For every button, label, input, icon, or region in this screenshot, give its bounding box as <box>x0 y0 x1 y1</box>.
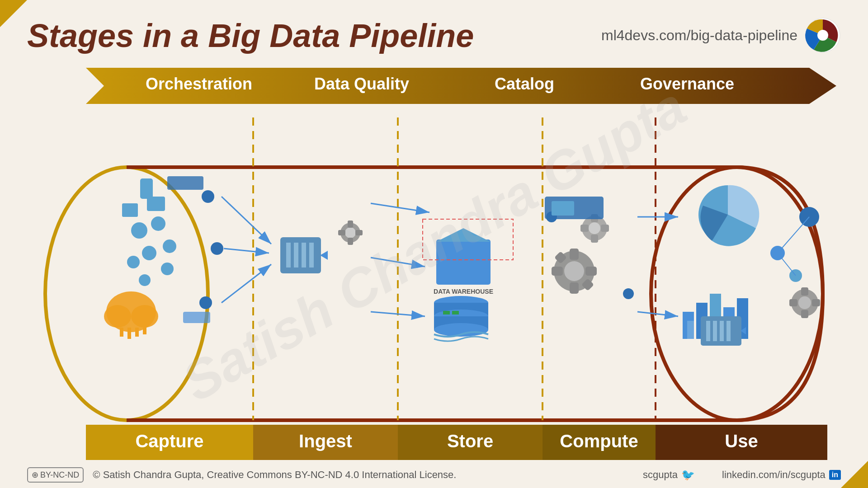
catalog-box-inner <box>552 201 574 216</box>
svg-rect-12 <box>348 238 353 245</box>
scatter-line-use2 <box>778 253 796 276</box>
gear-compute-large <box>552 249 597 294</box>
svg-rect-53 <box>706 321 710 341</box>
svg-point-10 <box>345 227 356 238</box>
icon-c5 <box>161 263 174 275</box>
icon-c1 <box>151 216 165 231</box>
svg-rect-28 <box>570 282 579 294</box>
svg-rect-11 <box>348 221 353 228</box>
label-use: Use <box>725 431 758 451</box>
label-ingest: Ingest <box>299 431 352 451</box>
banner-label-orchestration: Orchestration <box>146 75 252 93</box>
svg-marker-16 <box>436 228 491 242</box>
svg-text:DATA WAREHOUSE: DATA WAREHOUSE <box>434 288 493 295</box>
svg-rect-55 <box>720 321 724 341</box>
svg-rect-7 <box>135 328 139 337</box>
filter-bar-2 <box>294 243 298 267</box>
gear-ingest <box>338 221 363 245</box>
corner-decoration-tl <box>0 0 27 27</box>
svg-rect-38 <box>601 225 609 232</box>
svg-rect-15 <box>436 239 491 285</box>
filter-bar-4 <box>309 243 314 267</box>
svg-rect-49 <box>801 310 808 318</box>
svg-point-47 <box>798 296 811 309</box>
banner-label-governance: Governance <box>640 75 734 93</box>
page-title: Stages in a Big Data Pipeline <box>27 17 474 54</box>
svg-rect-54 <box>713 321 717 341</box>
svg-rect-37 <box>580 225 589 232</box>
arrow-c2 <box>224 249 269 253</box>
data-dot-c2 <box>211 242 223 255</box>
data-dot-c3 <box>199 296 212 309</box>
svg-rect-8 <box>143 328 146 334</box>
filter-use <box>701 316 746 346</box>
svg-rect-29 <box>552 267 563 276</box>
cloud-icon <box>104 291 158 339</box>
banner-label-dataquality: Data Quality <box>314 75 409 93</box>
corner-decoration-br <box>841 461 868 488</box>
svg-point-34 <box>589 222 600 234</box>
scatter-line-use <box>778 217 809 253</box>
twitter-icon: 🐦 <box>681 469 695 481</box>
database-icon-store <box>434 296 488 341</box>
data-rect-c2 <box>183 312 210 323</box>
data-dot-c1 <box>202 190 214 203</box>
svg-point-4 <box>131 305 158 328</box>
twitter-handle: scgupta <box>643 469 678 481</box>
data-rect-c1 <box>167 176 203 190</box>
svg-rect-5 <box>120 328 123 337</box>
logo-icon <box>805 17 841 53</box>
svg-rect-13 <box>338 230 345 235</box>
svg-rect-27 <box>570 249 579 260</box>
svg-rect-56 <box>726 321 731 341</box>
arrow-comp-use2 <box>637 312 678 316</box>
arrow-c3 <box>222 264 271 303</box>
cc-icon: ⊕ <box>32 470 38 480</box>
svg-rect-30 <box>585 267 597 276</box>
main-diagram: Orchestration Data Quality Catalog Gover… <box>27 63 841 470</box>
linkedin-icon: in <box>829 470 841 480</box>
pie-chart-use <box>698 185 759 246</box>
filter-arrow-r <box>320 251 328 260</box>
cc-label: BY-NC-ND <box>40 470 79 480</box>
copyright-text: © Satish Chandra Gupta, Creative Commons… <box>93 469 456 481</box>
chart-icon-capture <box>122 203 138 217</box>
cc-badge: ⊕ BY-NC-ND <box>27 467 84 483</box>
phone-icon <box>140 178 153 199</box>
footer: ⊕ BY-NC-ND © Satish Chandra Gupta, Creat… <box>27 467 841 483</box>
svg-rect-6 <box>127 328 131 339</box>
dot-compute-2 <box>623 288 634 299</box>
svg-rect-36 <box>591 235 598 243</box>
svg-point-1 <box>817 30 828 41</box>
svg-rect-50 <box>789 299 797 306</box>
twitter-item: scgupta 🐦 <box>643 469 695 481</box>
logo-area: ml4devs.com/big-data-pipeline <box>601 17 841 53</box>
icon-c3 <box>163 239 176 253</box>
icon-c4 <box>127 256 140 268</box>
arrow-i1 <box>371 203 429 212</box>
logo-url: ml4devs.com/big-data-pipeline <box>601 27 797 44</box>
svg-rect-48 <box>801 287 808 296</box>
filter-bar-1 <box>286 243 291 267</box>
arrow-c1 <box>222 197 271 244</box>
svg-rect-51 <box>812 299 820 306</box>
footer-social: scgupta 🐦 linkedin.com/in/scgupta in <box>643 469 841 481</box>
icon-c6 <box>139 274 151 286</box>
label-compute: Compute <box>560 431 638 451</box>
filter-bar-3 <box>302 243 306 267</box>
tablet-icon <box>147 197 165 211</box>
svg-rect-24 <box>452 311 459 314</box>
gear-use <box>789 287 820 318</box>
svg-point-3 <box>104 305 131 328</box>
svg-point-26 <box>564 261 584 281</box>
shopping-icon <box>131 222 147 239</box>
banner-label-catalog: Catalog <box>495 75 554 93</box>
data-warehouse-icon: DATA WAREHOUSE <box>434 228 493 295</box>
linkedin-url: linkedin.com/in/scgupta <box>722 469 826 481</box>
svg-rect-23 <box>443 311 450 314</box>
linkedin-item: linkedin.com/in/scgupta in <box>722 469 841 481</box>
label-store: Store <box>447 431 493 451</box>
svg-rect-45 <box>687 321 694 339</box>
icon-c2 <box>142 246 156 260</box>
label-capture: Capture <box>135 431 203 451</box>
